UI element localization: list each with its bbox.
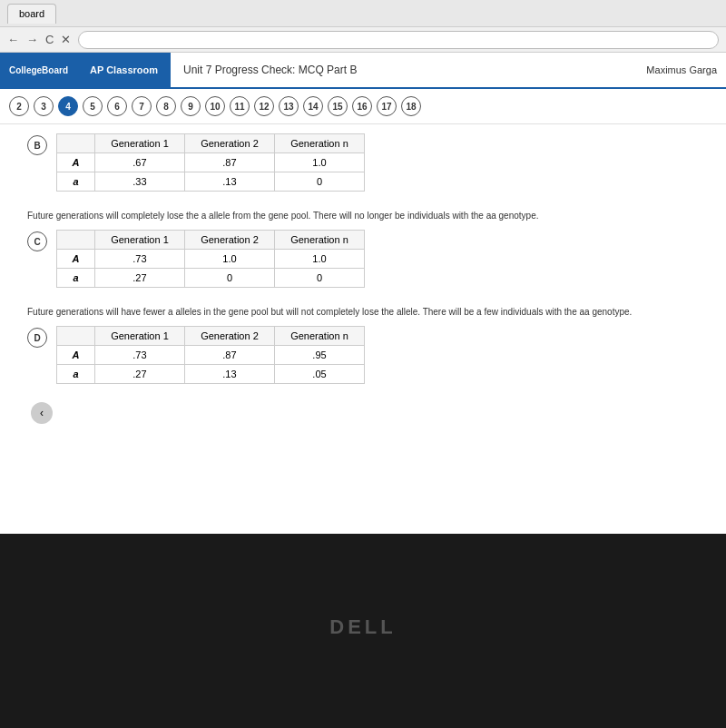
tab-label: board — [19, 8, 44, 19]
option-d: D Generation 1 Generation 2 Generation n — [27, 326, 699, 389]
dell-logo: DELL — [329, 615, 396, 639]
user-name: Maximus Garga — [646, 64, 726, 75]
laptop-bottom: DELL — [0, 534, 726, 728]
question-nav-8[interactable]: 8 — [156, 96, 176, 116]
table-b-header-1: Generation 1 — [94, 134, 184, 153]
table-d-header-3: Generation n — [274, 327, 364, 346]
unit-title: Unit 7 Progress Check: MCQ Part B — [171, 64, 369, 76]
table-c-header-3: Generation n — [274, 231, 364, 250]
nav-close-btn[interactable]: ✕ — [61, 33, 71, 46]
page-wrapper: CollegeBoard AP Classroom Unit 7 Progres… — [0, 53, 726, 534]
question-nav-4[interactable]: 4 — [58, 96, 78, 116]
table-d-header-0 — [57, 327, 95, 346]
nav-bar: ← → C ✕ — [0, 27, 726, 53]
table-row: a .27 .13 .05 — [57, 365, 365, 384]
ap-classroom-label: AP Classroom — [90, 64, 158, 75]
option-d-table: Generation 1 Generation 2 Generation n A… — [56, 326, 365, 384]
browser-tab[interactable]: board — [7, 4, 56, 24]
question-nav-7[interactable]: 7 — [132, 96, 152, 116]
ap-classroom-tab[interactable]: AP Classroom — [77, 53, 171, 87]
option-c-content: Generation 1 Generation 2 Generation n A… — [56, 230, 699, 293]
browser-chrome: board — [0, 0, 726, 27]
question-nav-3[interactable]: 3 — [34, 96, 54, 116]
collegeboard-text: CollegeBoard — [9, 65, 68, 75]
option-b: B Generation 1 Generation 2 Generation n — [27, 133, 699, 197]
table-row: A .67 .87 1.0 — [57, 153, 365, 172]
question-nav-13[interactable]: 13 — [279, 96, 299, 116]
option-b-content: Generation 1 Generation 2 Generation n A… — [56, 133, 699, 197]
table-d-header-1: Generation 1 — [94, 327, 184, 346]
table-row: A .73 .87 .95 — [57, 346, 365, 365]
table-b-header-0 — [57, 134, 95, 153]
option-b-circle[interactable]: B — [27, 135, 47, 155]
question-nav: 23456789101112131415161718 — [0, 89, 726, 124]
table-c-header-2: Generation 2 — [184, 231, 274, 250]
table-b-header-3: Generation n — [274, 134, 364, 153]
table-c-header-0 — [57, 231, 95, 250]
question-nav-16[interactable]: 16 — [352, 96, 372, 116]
question-nav-9[interactable]: 9 — [181, 96, 201, 116]
option-d-circle[interactable]: D — [27, 328, 47, 348]
content-area: B Generation 1 Generation 2 Generation n — [0, 124, 726, 433]
collegeboard-logo: CollegeBoard — [0, 53, 77, 87]
option-d-content: Generation 1 Generation 2 Generation n A… — [56, 326, 699, 389]
question-nav-17[interactable]: 17 — [377, 96, 397, 116]
nav-forward-btn[interactable]: → — [26, 33, 38, 46]
question-nav-2[interactable]: 2 — [9, 96, 29, 116]
question-nav-14[interactable]: 14 — [303, 96, 323, 116]
table-row: a .33 .13 0 — [57, 172, 365, 192]
nav-refresh-btn[interactable]: C — [45, 33, 54, 46]
question-nav-6[interactable]: 6 — [107, 96, 127, 116]
option-d-desc: Future generations will have fewer a all… — [27, 306, 699, 319]
option-c-circle[interactable]: C — [27, 231, 47, 251]
table-c-header-1: Generation 1 — [94, 231, 184, 250]
question-nav-18[interactable]: 18 — [401, 96, 421, 116]
option-b-table: Generation 1 Generation 2 Generation n A… — [56, 133, 365, 192]
table-row: A .73 1.0 1.0 — [57, 250, 365, 269]
option-c-desc: Future generations will completely lose … — [27, 210, 699, 222]
back-button[interactable]: ‹ — [31, 402, 53, 424]
table-d-header-2: Generation 2 — [184, 327, 274, 346]
option-c: C Generation 1 Generation 2 Generation n — [27, 230, 699, 293]
question-nav-12[interactable]: 12 — [254, 96, 274, 116]
address-bar[interactable] — [78, 31, 719, 49]
question-nav-11[interactable]: 11 — [230, 96, 250, 116]
question-nav-15[interactable]: 15 — [328, 96, 348, 116]
nav-back-btn[interactable]: ← — [7, 33, 19, 46]
option-c-table: Generation 1 Generation 2 Generation n A… — [56, 230, 365, 288]
table-row: a .27 0 0 — [57, 269, 365, 288]
question-nav-10[interactable]: 10 — [205, 96, 225, 116]
table-b-header-2: Generation 2 — [184, 134, 274, 153]
page-header: CollegeBoard AP Classroom Unit 7 Progres… — [0, 53, 726, 89]
question-nav-5[interactable]: 5 — [83, 96, 103, 116]
